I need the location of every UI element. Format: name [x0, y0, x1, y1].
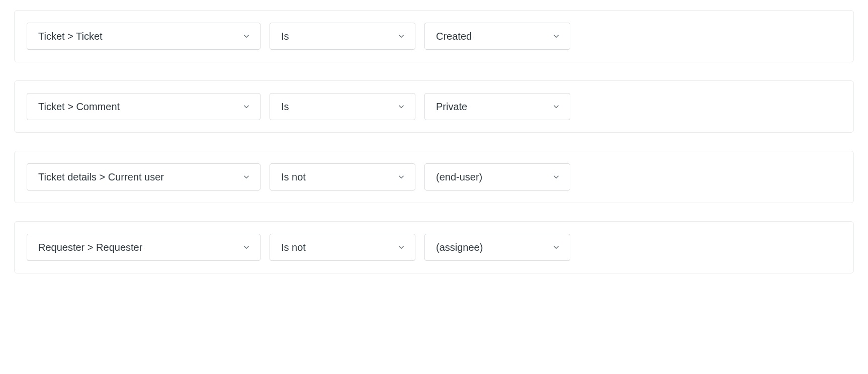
condition-row: Requester > Requester Is not (assignee): [14, 221, 854, 273]
condition-value-label: (assignee): [436, 241, 483, 253]
condition-operator-label: Is not: [281, 241, 306, 253]
condition-field-label: Requester > Requester: [38, 241, 142, 253]
condition-operator-select[interactable]: Is not: [270, 234, 415, 261]
chevron-down-icon: [242, 243, 251, 252]
condition-operator-label: Is: [281, 30, 289, 42]
condition-row: Ticket > Ticket Is Created: [14, 10, 854, 62]
chevron-down-icon: [397, 32, 406, 41]
condition-value-select[interactable]: (end-user): [424, 163, 570, 191]
chevron-down-icon: [552, 32, 561, 41]
condition-operator-select[interactable]: Is: [270, 23, 415, 50]
chevron-down-icon: [552, 102, 561, 111]
chevron-down-icon: [552, 172, 561, 181]
condition-row: Ticket details > Current user Is not (en…: [14, 151, 854, 203]
condition-field-select[interactable]: Ticket > Comment: [27, 93, 261, 120]
chevron-down-icon: [552, 243, 561, 252]
condition-field-select[interactable]: Ticket > Ticket: [27, 23, 261, 50]
chevron-down-icon: [242, 102, 251, 111]
condition-value-select[interactable]: Created: [424, 23, 570, 50]
condition-row: Ticket > Comment Is Private: [14, 80, 854, 133]
condition-field-label: Ticket details > Current user: [38, 171, 164, 183]
condition-field-select[interactable]: Ticket details > Current user: [27, 163, 261, 191]
condition-operator-select[interactable]: Is not: [270, 163, 415, 191]
condition-value-select[interactable]: Private: [424, 93, 570, 120]
condition-field-label: Ticket > Comment: [38, 101, 120, 113]
condition-operator-label: Is not: [281, 171, 306, 183]
condition-operator-select[interactable]: Is: [270, 93, 415, 120]
condition-value-label: (end-user): [436, 171, 482, 183]
condition-field-label: Ticket > Ticket: [38, 30, 103, 42]
chevron-down-icon: [397, 172, 406, 181]
condition-field-select[interactable]: Requester > Requester: [27, 234, 261, 261]
condition-value-label: Created: [436, 30, 472, 42]
condition-value-select[interactable]: (assignee): [424, 234, 570, 261]
chevron-down-icon: [397, 102, 406, 111]
chevron-down-icon: [242, 32, 251, 41]
chevron-down-icon: [397, 243, 406, 252]
chevron-down-icon: [242, 172, 251, 181]
condition-operator-label: Is: [281, 101, 289, 113]
condition-value-label: Private: [436, 101, 467, 113]
